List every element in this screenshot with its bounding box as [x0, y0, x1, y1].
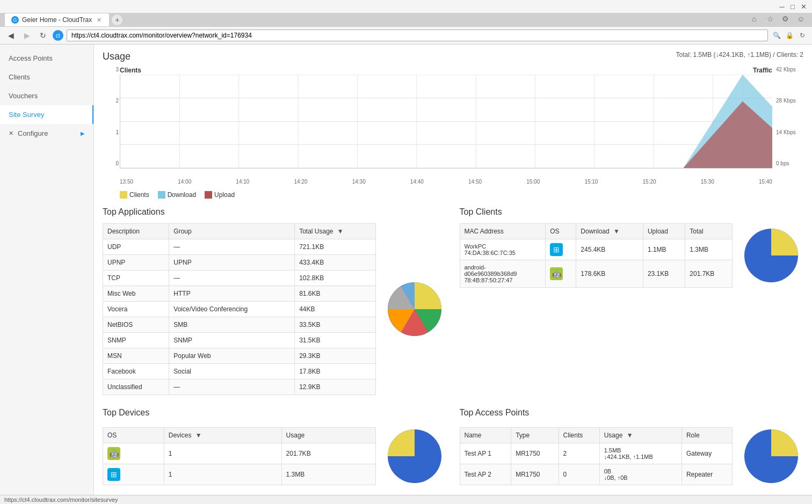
col-description: Description: [103, 224, 169, 239]
sort-icon[interactable]: ▼: [613, 228, 620, 235]
x-label-1350: 13:50: [120, 179, 133, 185]
user-icon[interactable]: ☺: [797, 14, 808, 25]
usage-title: Usage: [103, 51, 130, 62]
forward-button[interactable]: ▶: [20, 29, 33, 42]
top-ap-pie: [739, 424, 803, 488]
ap-type-2: MR1750: [511, 464, 559, 485]
col-type-ap: Type: [511, 428, 559, 443]
close-button[interactable]: ✕: [799, 2, 808, 11]
sidebar-item-vouchers[interactable]: Vouchers: [0, 86, 93, 105]
x-label-1450: 14:50: [468, 179, 482, 185]
main-content: Usage Total: 1.5MB (↓424.1KB, ↑1.1MB) / …: [94, 45, 812, 495]
client-row-1: WorkPC74:DA:38:6C:7C:35 ⊞ 245.4KB 1.1MB …: [460, 239, 733, 260]
settings-icon[interactable]: ⚙: [782, 14, 793, 25]
top-clients-section: Top Clients MAC Address OS Download ▼ Up…: [460, 207, 804, 395]
app-group: UPNP: [169, 255, 295, 271]
ap-row-1: Test AP 1 MR1750 2 1.5MB↓424.1KB, ↑1.1MB…: [460, 443, 733, 464]
ap-name-1: Test AP 1: [460, 443, 511, 464]
reload-icon[interactable]: ↻: [797, 30, 808, 41]
sidebar-item-access-points[interactable]: Access Points: [0, 49, 93, 68]
app-group: —: [169, 239, 295, 255]
app-group: Popular Web: [169, 348, 295, 364]
sidebar-label-access-points: Access Points: [9, 54, 53, 62]
address-input[interactable]: [67, 30, 768, 41]
col-usage-d: Usage: [281, 428, 375, 443]
tab-bar: G Geier Home - CloudTrax ✕ + ⌂ ☆ ⚙ ☺: [0, 13, 812, 26]
chart-traffic-label: Traffic: [753, 67, 772, 74]
tab-close-button[interactable]: ✕: [95, 16, 103, 24]
clients-pie-svg: [739, 223, 803, 288]
ap-clients-2: 0: [559, 464, 599, 485]
top-access-points-section: Top Access Points Name Type Clients Usag…: [460, 408, 804, 488]
x-label-1520: 15:20: [643, 179, 656, 185]
app-row: Facebook Social 17.8KB: [103, 364, 376, 379]
col-os: OS: [546, 224, 576, 239]
new-tab-button[interactable]: +: [112, 14, 122, 25]
x-label-1540: 15:40: [759, 179, 772, 185]
ap-usage-2: 0B↓0B, ↑0B: [599, 464, 682, 485]
legend-download-label: Download: [168, 191, 196, 199]
search-icon[interactable]: 🔍: [771, 30, 782, 41]
sort-icon[interactable]: ▼: [337, 228, 344, 235]
home-icon[interactable]: ⌂: [752, 14, 763, 25]
device-usage-1: 201.7KB: [281, 443, 375, 464]
sidebar-label-vouchers: Vouchers: [9, 92, 38, 100]
maximize-button[interactable]: □: [788, 2, 797, 11]
address-icons: 🔍 🔒 ↻: [771, 30, 808, 41]
top-devices-table: OS Devices ▼ Usage 🤖 1 201.: [103, 427, 376, 485]
x-label-1440: 14:40: [410, 179, 424, 185]
top-section: Top Applications Description Group Total…: [103, 207, 803, 395]
device-row-2: ⊞ 1 1.3MB: [103, 464, 376, 485]
client-upload-2: 23.1KB: [643, 260, 685, 288]
legend-download: Download: [158, 191, 196, 199]
client-total-1: 1.3MB: [685, 239, 733, 260]
x-label-1430: 14:30: [352, 179, 366, 185]
device-count-1: 1: [164, 443, 281, 464]
sidebar-item-site-survey[interactable]: Site Survey: [0, 105, 93, 124]
app-group: —: [169, 271, 295, 286]
app-group: SNMP: [169, 333, 295, 348]
client-row-2: android-d06e960389b368d978:4B:87:50:27:4…: [460, 260, 733, 288]
bookmark-icon[interactable]: ☆: [767, 14, 778, 25]
x-label-1420: 14:20: [294, 179, 308, 185]
windows-icon: ⊞: [550, 243, 563, 256]
top-access-points-title: Top Access Points: [460, 408, 804, 418]
active-tab[interactable]: G Geier Home - CloudTrax ✕: [4, 13, 110, 26]
sidebar-label-clients: Clients: [9, 73, 30, 81]
app-group: SMB: [169, 317, 295, 333]
client-upload-1: 1.1MB: [643, 239, 685, 260]
sort-icon[interactable]: ▼: [627, 432, 633, 439]
app-row: NetBIOS SMB 33.5KB: [103, 317, 376, 333]
sort-icon[interactable]: ▼: [195, 432, 202, 439]
col-usage-ap: Usage ▼: [599, 428, 682, 443]
top-clients-table: MAC Address OS Download ▼ Upload Total W…: [460, 223, 733, 288]
top-clients-title: Top Clients: [460, 207, 804, 217]
chart-x-labels: 13:50 14:00 14:10 14:20 14:30 14:40 14:5…: [120, 179, 772, 185]
top-ap-content: Name Type Clients Usage ▼ Role Test AP 1…: [460, 424, 804, 488]
app-desc: UDP: [103, 239, 169, 255]
top-ap-table: Name Type Clients Usage ▼ Role Test AP 1…: [460, 427, 733, 485]
configure-icon: ✕: [9, 130, 13, 137]
address-bar: ◀ ▶ ↻ ct 🔍 🔒 ↻: [0, 26, 812, 44]
minimize-button[interactable]: ─: [778, 2, 786, 11]
refresh-button[interactable]: ↻: [37, 29, 49, 42]
left-axis-3: 3: [115, 67, 119, 72]
browser-chrome: ─ □ ✕ G Geier Home - CloudTrax ✕ + ⌂ ☆ ⚙…: [0, 0, 812, 45]
top-devices-title: Top Devices: [103, 408, 447, 418]
back-button[interactable]: ◀: [4, 29, 17, 42]
android-icon-d1: 🤖: [107, 447, 120, 460]
status-url: https://ct4.cloudtrax.com/monitor/sitesu…: [4, 496, 118, 503]
col-name-ap: Name: [460, 428, 511, 443]
sidebar-item-clients[interactable]: Clients: [0, 68, 93, 86]
left-axis-0: 0: [115, 160, 119, 166]
top-devices-section: Top Devices OS Devices ▼ Usage: [103, 408, 447, 488]
sidebar-item-configure[interactable]: ✕ Configure ▶: [0, 124, 93, 143]
header-stats: Total: 1.5MB (↓424.1KB, ↑1.1MB) / Client…: [676, 51, 803, 59]
col-download: Download ▼: [576, 224, 643, 239]
ap-clients-1: 2: [559, 443, 599, 464]
device-os-2: ⊞: [103, 464, 164, 485]
top-applications-table: Description Group Total Usage ▼ UDP — 72…: [103, 223, 376, 395]
site-icon: ct: [53, 30, 63, 41]
lock-icon: 🔒: [784, 30, 795, 41]
app-row: UPNP UPNP 433.4KB: [103, 255, 376, 271]
